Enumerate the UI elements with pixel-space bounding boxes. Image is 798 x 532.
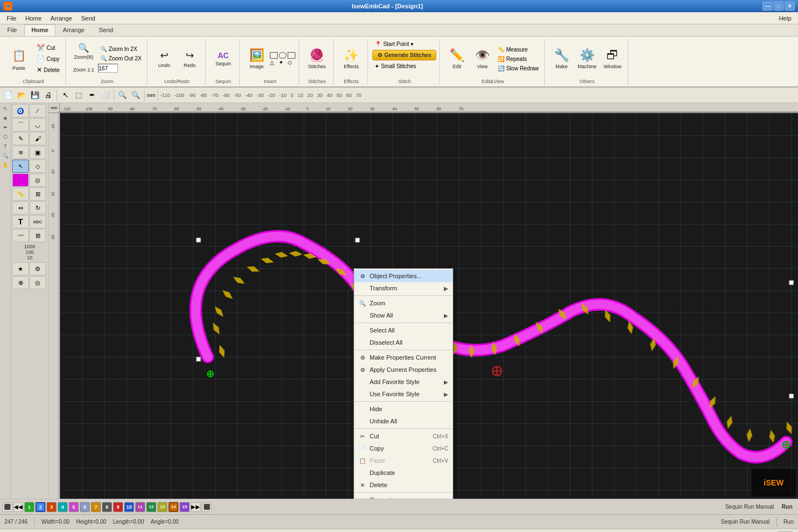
ribbon-tab-arrange[interactable]: Arrange	[55, 24, 91, 36]
tb-pen[interactable]: ✒	[86, 89, 98, 101]
tool-rotate[interactable]: ↻	[29, 201, 46, 214]
zoom-in-button[interactable]: 🔍 Zoom In 2X	[98, 45, 144, 53]
tool-measure[interactable]: 📏	[12, 187, 29, 201]
zoom-b-button[interactable]: 🔍 Zoom(B)	[70, 41, 97, 62]
tool-star[interactable]: ★	[12, 262, 29, 275]
tb-print[interactable]: 🖨	[42, 89, 54, 101]
maximize-button[interactable]: □	[774, 2, 784, 11]
small-stitches-button[interactable]: ✦ Small Stitches	[372, 62, 418, 70]
zoom-out-button[interactable]: 🔍 Zoom Out 2X	[98, 54, 144, 63]
window-button[interactable]: 🗗 Window	[600, 43, 625, 75]
tool-mirror[interactable]: ⇔	[12, 201, 29, 214]
menu-arrange[interactable]: Arrange	[46, 14, 76, 23]
tb-new[interactable]: 📄	[2, 89, 14, 101]
ctx-hide[interactable]: Hide	[354, 403, 453, 415]
ctx-add-favorite[interactable]: Add Favorite Style ▶	[354, 376, 453, 388]
tool-brush[interactable]: 🖌	[29, 132, 46, 145]
insert-line-btn[interactable]	[270, 52, 278, 59]
lt-draw[interactable]: ✒	[1, 123, 10, 132]
tb-select[interactable]: ⬚	[73, 89, 85, 101]
color-btn-8[interactable]: 8	[102, 502, 112, 512]
tool-select-active[interactable]: ↖	[12, 160, 29, 173]
color-btn-2[interactable]: 2	[35, 502, 45, 512]
redo-button[interactable]: ↪ Redo	[177, 43, 202, 75]
stitches-button[interactable]: 🧶 Stitches	[305, 43, 329, 75]
insert-circle-btn[interactable]	[279, 52, 287, 59]
sequin-button[interactable]: AC Sequin	[211, 43, 236, 75]
color-btn-1[interactable]: 1	[24, 502, 34, 512]
ctx-duplicate[interactable]: Duplicate	[354, 467, 453, 479]
color-btn-9[interactable]: 9	[113, 502, 123, 512]
insert-rect-btn[interactable]	[288, 52, 295, 59]
ribbon-tab-home[interactable]: Home	[24, 24, 56, 36]
tool-node-edit[interactable]: ◇	[29, 160, 46, 173]
color-btn-11[interactable]: 11	[135, 502, 145, 512]
tool-style[interactable]: ◎	[29, 173, 46, 187]
tb-save[interactable]: 💾	[29, 89, 41, 101]
lt-hand[interactable]: ✋	[1, 161, 10, 170]
tb-zoom-out[interactable]: 🔍	[130, 89, 142, 101]
ctx-convert[interactable]: Convert ▶	[354, 494, 453, 499]
edit-button[interactable]: ✏️ Edit	[444, 43, 469, 75]
tool-gear[interactable]: ⚙	[29, 262, 46, 275]
tool-sequin[interactable]: 🧿	[12, 104, 29, 117]
nav-prev-btn[interactable]: ⬛	[2, 502, 12, 512]
nav-last-btn[interactable]: ⬛	[202, 502, 212, 512]
color-btn-7[interactable]: 7	[91, 502, 101, 512]
ctx-apply-props[interactable]: ⚙ Apply Current Properties	[354, 364, 453, 376]
color-btn-12[interactable]: 12	[146, 502, 156, 512]
generate-stitches-button[interactable]: ⚙ Generate Stitches	[372, 50, 436, 60]
tool-grid[interactable]: ⊞	[29, 229, 46, 242]
ribbon-tab-file[interactable]: File	[0, 24, 24, 36]
ctx-use-favorite[interactable]: Use Favorite Style ▶	[354, 388, 453, 400]
effects-button[interactable]: ✨ Effects	[339, 43, 364, 75]
ctx-transform[interactable]: Transform ▶	[354, 282, 453, 294]
ctx-disselect-all[interactable]: Disselect All	[354, 336, 453, 349]
color-btn-13[interactable]: 13	[157, 502, 167, 512]
lt-select[interactable]: ↖	[1, 104, 10, 113]
ctx-zoom[interactable]: 🔍 Zoom	[354, 297, 453, 309]
tool-circle-gear[interactable]: ◎	[29, 276, 46, 289]
tb-arrow[interactable]: ↖	[59, 89, 71, 101]
insert-star-btn[interactable]: ✦	[279, 59, 287, 66]
zoom-value-input[interactable]	[98, 64, 118, 73]
menu-help[interactable]: Help	[774, 14, 796, 23]
tool-plus[interactable]: ⊕	[12, 276, 29, 289]
cut-button[interactable]: ✂️ Cut	[34, 43, 62, 53]
ctx-make-props[interactable]: ⚙ Make Properties Current	[354, 351, 453, 364]
ribbon-tab-send[interactable]: Send	[91, 24, 120, 36]
lt-zoom[interactable]: 🔍	[1, 151, 10, 160]
nav-prev2-btn[interactable]: ◀◀	[13, 502, 23, 512]
lt-text[interactable]: T	[1, 142, 10, 151]
insert-poly-btn[interactable]: △	[270, 59, 278, 66]
tool-arc[interactable]: ◡	[29, 118, 46, 131]
color-btn-6[interactable]: 6	[80, 502, 90, 512]
repeats-button[interactable]: 🔁 Repeats	[495, 55, 541, 63]
tool-stitch-type[interactable]: ≋	[12, 146, 29, 159]
tool-align[interactable]: ⊞	[29, 187, 46, 201]
ctx-object-properties[interactable]: ⚙ Object Properties...	[354, 270, 453, 282]
tb-zoom-in[interactable]: 🔍	[116, 89, 129, 101]
make-button[interactable]: 🔧 Make	[549, 43, 574, 75]
color-btn-5[interactable]: 5	[69, 502, 79, 512]
paste-button[interactable]: 📋 Paste	[4, 41, 33, 77]
tool-t[interactable]: T	[12, 215, 29, 228]
tool-curve[interactable]: ⌒	[12, 118, 29, 131]
design-canvas[interactable]: ⚙ Object Properties... Transform ▶ 🔍 Zoo…	[60, 113, 798, 499]
image-button[interactable]: 🖼️ Image	[244, 43, 269, 75]
ctx-copy[interactable]: 📄 Copy Ctrl+C	[354, 442, 453, 454]
color-btn-3[interactable]: 3	[47, 502, 57, 512]
zoom-11-button[interactable]: Zoom 1:1	[70, 63, 97, 76]
color-btn-4[interactable]: 4	[58, 502, 68, 512]
measure-button[interactable]: 📏 Measure	[495, 45, 541, 54]
tool-abc[interactable]: ABC	[29, 215, 46, 228]
tool-pen[interactable]: ✎	[12, 132, 29, 145]
color-btn-14[interactable]: 14	[168, 502, 178, 512]
ctx-delete[interactable]: ✕ Delete	[354, 479, 453, 491]
nav-next-btn[interactable]: ▶▶	[191, 502, 201, 512]
machine-button[interactable]: ⚙️ Machine	[575, 43, 599, 75]
tb-open[interactable]: 📂	[16, 89, 28, 101]
menu-home[interactable]: Home	[21, 14, 46, 23]
lt-shape[interactable]: ⬡	[1, 132, 10, 141]
lt-node[interactable]: ◈	[1, 114, 10, 122]
